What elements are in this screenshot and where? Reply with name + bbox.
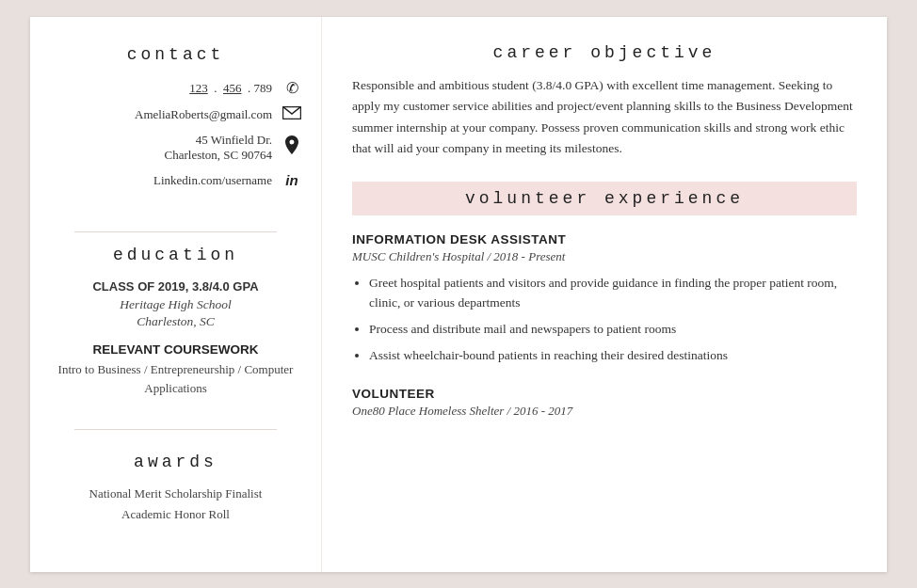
volunteer-title: volunteer experience — [352, 189, 857, 208]
address-line1: 45 Winfield Dr. — [165, 133, 272, 148]
awards-section: awards National Merit Scholarship Finali… — [49, 453, 302, 528]
phone-part1: 123 — [189, 81, 208, 95]
award-1: National Merit Scholarship Finalist — [49, 486, 302, 501]
job-1-subtitle: MUSC Children's Hospital / 2018 - Presen… — [352, 249, 857, 264]
email-icon — [282, 106, 302, 123]
sidebar: contact 123 . 456 . 789 ✆ AmeliaRoberts@… — [30, 17, 322, 572]
bullet-2: Process and distribute mail and newspape… — [369, 320, 857, 340]
resume-outer: contact 123 . 456 . 789 ✆ AmeliaRoberts@… — [0, 0, 917, 588]
career-objective-title: career objective — [352, 43, 857, 62]
job-1: INFORMATION DESK ASSISTANT MUSC Children… — [352, 232, 857, 383]
awards-title: awards — [49, 453, 302, 471]
address: 45 Winfield Dr. Charleston, SC 90764 — [165, 133, 272, 163]
divider-1 — [74, 231, 277, 232]
divider-2 — [74, 429, 277, 430]
email-row: AmeliaRoberts@gmail.com — [49, 106, 302, 123]
coursework-text: Intro to Business / Entrepreneurship / C… — [49, 360, 302, 397]
address-row: 45 Winfield Dr. Charleston, SC 90764 — [49, 133, 302, 163]
class-year: CLASS OF 2019, 3.8/4.0 GPA — [49, 279, 302, 294]
phone-row: 123 . 456 . 789 ✆ — [49, 79, 302, 97]
education-title: education — [49, 246, 302, 264]
linkedin-icon: in — [282, 172, 302, 188]
job-2-subtitle: One80 Place Homeless Shelter / 2016 - 20… — [352, 404, 857, 419]
contact-section: contact 123 . 456 . 789 ✆ AmeliaRoberts@… — [49, 45, 302, 198]
education-section: education CLASS OF 2019, 3.8/4.0 GPA Her… — [49, 246, 302, 397]
job-1-bullets: Greet hospital patients and visitors and… — [369, 274, 857, 366]
award-2: Academic Honor Roll — [49, 507, 302, 522]
linkedin-row: Linkedin.com/username in — [49, 172, 302, 188]
linkedin-url: Linkedin.com/username — [153, 173, 272, 188]
email-address: AmeliaRoberts@gmail.com — [135, 107, 272, 122]
location-icon — [282, 135, 302, 160]
main-content: career objective Responsible and ambitio… — [322, 17, 887, 572]
bullet-1: Greet hospital patients and visitors and… — [369, 274, 857, 313]
address-line2: Charleston, SC 90764 — [165, 148, 272, 163]
phone-part2: 456 — [223, 81, 242, 95]
school-location: Charleston, SC — [49, 314, 302, 329]
bullet-3: Assist wheelchair-bound patients in reac… — [369, 346, 857, 366]
phone-icon: ✆ — [282, 79, 302, 97]
volunteer-header-bar: volunteer experience — [352, 182, 857, 215]
school-name: Heritage High School — [49, 297, 302, 312]
job-2: VOLUNTEER One80 Place Homeless Shelter /… — [352, 387, 857, 428]
job-1-title: INFORMATION DESK ASSISTANT — [352, 232, 857, 246]
resume-page: contact 123 . 456 . 789 ✆ AmeliaRoberts@… — [30, 17, 887, 572]
contact-title: contact — [49, 45, 302, 64]
career-objective-text: Responsible and ambitious student (3.8/4… — [352, 75, 857, 159]
coursework-title: RELEVANT COURSEWORK — [49, 342, 302, 357]
phone-number: 123 . 456 . 789 — [189, 81, 272, 96]
job-2-title: VOLUNTEER — [352, 387, 857, 401]
